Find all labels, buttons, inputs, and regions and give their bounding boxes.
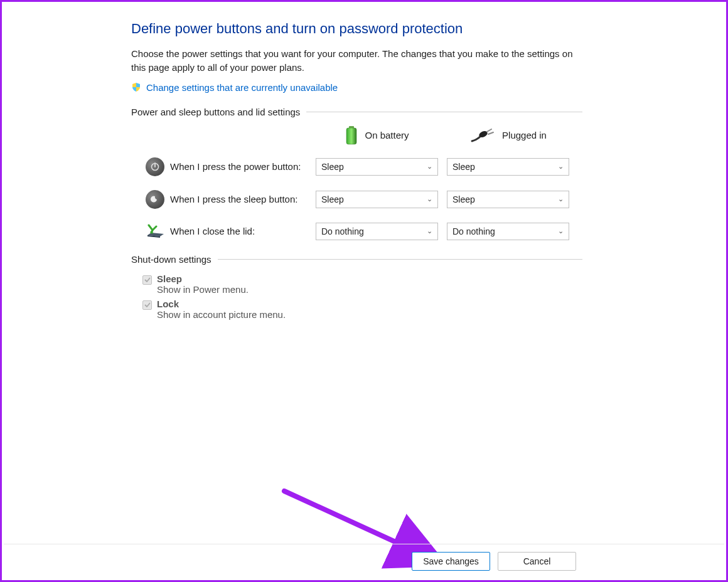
shutdown-sleep-title: Sleep: [157, 273, 249, 284]
svg-rect-1: [346, 128, 356, 144]
page-title: Define power buttons and turn on passwor…: [131, 21, 582, 37]
svg-line-3: [487, 129, 491, 132]
select-value: Sleep: [321, 194, 344, 204]
shutdown-item-lock: Lock Show in account picture menu.: [142, 299, 582, 320]
row-close-lid: When I close the lid: Do nothing ⌄ Do no…: [131, 223, 582, 240]
admin-link-row: Change settings that are currently unava…: [131, 82, 582, 93]
column-plugged-label: Plugged in: [502, 130, 547, 140]
row-power-button: When I press the power button: Sleep ⌄ S…: [131, 157, 582, 176]
power-button-label: When I press the power button:: [170, 161, 316, 172]
cancel-button[interactable]: Cancel: [498, 552, 576, 571]
battery-icon: [346, 126, 357, 145]
checkbox-disabled-icon: [142, 275, 152, 285]
chevron-down-icon: ⌄: [427, 195, 432, 203]
select-value: Do nothing: [321, 226, 364, 236]
row-sleep-button: When I press the sleep button: Sleep ⌄ S…: [131, 190, 582, 209]
sleep-button-battery-select[interactable]: Sleep ⌄: [316, 191, 438, 208]
select-value: Sleep: [452, 194, 475, 204]
svg-line-4: [488, 132, 493, 134]
section-power-label: Power and sleep buttons and lid settings: [131, 107, 300, 117]
shutdown-lock-desc: Show in account picture menu.: [157, 309, 286, 320]
close-lid-battery-select[interactable]: Do nothing ⌄: [316, 223, 438, 240]
close-lid-plugged-select[interactable]: Do nothing ⌄: [447, 223, 569, 240]
chevron-down-icon: ⌄: [558, 195, 564, 203]
column-battery-label: On battery: [365, 130, 409, 140]
column-battery: On battery: [316, 126, 439, 145]
select-value: Do nothing: [452, 226, 495, 236]
divider: [306, 112, 582, 112]
sleep-button-icon: [140, 190, 170, 209]
section-power-header: Power and sleep buttons and lid settings: [131, 107, 582, 117]
page-description: Choose the power settings that you want …: [131, 47, 582, 75]
chevron-down-icon: ⌄: [558, 227, 564, 235]
chevron-down-icon: ⌄: [558, 162, 564, 171]
checkbox-disabled-icon: [142, 300, 152, 310]
close-lid-icon: [140, 224, 170, 239]
column-headers: On battery Plugged in: [131, 126, 582, 145]
save-changes-button[interactable]: Save changes: [412, 552, 490, 571]
plug-icon: [471, 129, 495, 142]
close-lid-label: When I close the lid:: [170, 226, 316, 236]
select-value: Sleep: [452, 162, 475, 172]
column-plugged: Plugged in: [447, 129, 570, 142]
footer: Save changes Cancel: [4, 544, 724, 578]
shutdown-lock-title: Lock: [157, 299, 286, 309]
divider: [218, 259, 582, 260]
shutdown-item-sleep: Sleep Show in Power menu.: [142, 273, 582, 295]
sleep-button-plugged-select[interactable]: Sleep ⌄: [447, 191, 569, 208]
select-value: Sleep: [321, 162, 344, 172]
power-button-plugged-select[interactable]: Sleep ⌄: [447, 158, 569, 176]
sleep-button-label: When I press the sleep button:: [170, 194, 316, 204]
power-button-icon: [140, 157, 170, 176]
power-button-battery-select[interactable]: Sleep ⌄: [316, 158, 438, 176]
chevron-down-icon: ⌄: [427, 227, 432, 235]
section-shutdown-header: Shut-down settings: [131, 254, 582, 265]
uac-shield-icon: [131, 82, 141, 92]
section-shutdown-label: Shut-down settings: [131, 254, 211, 265]
change-unavailable-settings-link[interactable]: Change settings that are currently unava…: [146, 82, 338, 93]
shutdown-sleep-desc: Show in Power menu.: [157, 284, 249, 295]
chevron-down-icon: ⌄: [427, 162, 432, 171]
